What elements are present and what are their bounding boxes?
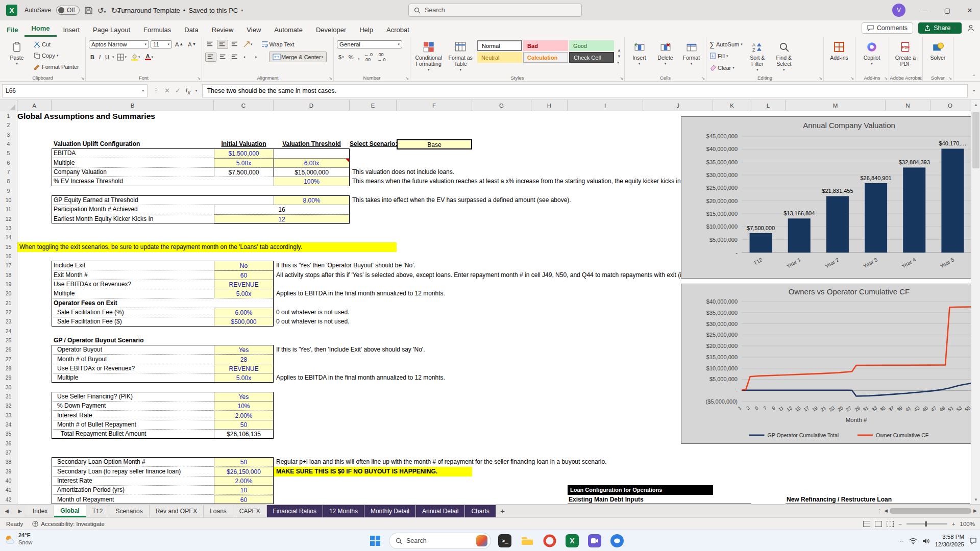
minimize-button[interactable]: — xyxy=(915,0,935,20)
row-header-6[interactable]: 6 xyxy=(0,158,17,168)
sheet-tab-charts[interactable]: Charts xyxy=(465,505,496,517)
column-header-F[interactable]: F xyxy=(397,100,472,111)
column-header-O[interactable]: O xyxy=(930,100,970,111)
autosave-toggle[interactable]: Off xyxy=(56,6,80,15)
horizontal-scrollbar[interactable] xyxy=(890,508,971,514)
align-left-icon[interactable] xyxy=(205,53,216,62)
column-header-K[interactable]: K xyxy=(713,100,751,111)
cell-C18[interactable]: 60 xyxy=(214,270,274,280)
excel-app-icon[interactable]: X xyxy=(6,5,17,16)
cell-C41[interactable]: 10 xyxy=(214,485,274,495)
notification-icon[interactable] xyxy=(969,537,977,544)
column-header-G[interactable]: G xyxy=(472,100,531,111)
sheet-tab-annual-detail[interactable]: Annual Detail xyxy=(416,505,465,517)
cell-C6[interactable]: 5.00x xyxy=(214,158,274,168)
row-header-13[interactable]: 13 xyxy=(0,223,17,233)
scroll-left-icon[interactable]: ◀ xyxy=(884,508,888,513)
cell-D6[interactable]: 6.00x xyxy=(274,158,350,168)
app-icon-excel[interactable]: X xyxy=(564,532,581,549)
cell-style-check-cell[interactable]: Check Cell xyxy=(569,52,614,63)
row-header-40[interactable]: 40 xyxy=(0,476,17,486)
row-header-27[interactable]: 27 xyxy=(0,355,17,364)
row-header-20[interactable]: 20 xyxy=(0,289,17,298)
cell-C12[interactable]: 12 xyxy=(214,214,350,224)
insert-button[interactable]: Insert▾ xyxy=(628,39,651,74)
row-header-8[interactable]: 8 xyxy=(0,177,17,186)
vertical-scrollbar[interactable]: ▲ ▼ xyxy=(971,100,980,504)
cell-C40[interactable]: 2.00% xyxy=(214,476,274,486)
row-header-41[interactable]: 41 xyxy=(0,485,17,495)
cell-C38[interactable]: 50 xyxy=(214,457,274,467)
cut-button[interactable]: Cut xyxy=(34,39,79,49)
cell-style-good[interactable]: Good xyxy=(569,40,614,51)
row-header-22[interactable]: 22 xyxy=(0,308,17,317)
column-header-B[interactable]: B xyxy=(52,100,214,111)
clear-button[interactable]: Clear ▾ xyxy=(709,62,743,73)
maximize-button[interactable]: ▢ xyxy=(937,0,958,20)
row-header-29[interactable]: 29 xyxy=(0,373,17,383)
dialog-launcher-icon[interactable]: ↘ xyxy=(620,76,623,81)
ribbon-tab-automate[interactable]: Automate xyxy=(267,23,309,37)
zoom-slider[interactable] xyxy=(906,523,947,524)
document-title[interactable]: Turnaround Template • Saved to this PC ▾ xyxy=(117,0,243,20)
row-header-4[interactable]: 4 xyxy=(0,139,17,149)
tray-chevron-icon[interactable]: ︿ xyxy=(899,537,904,544)
cell-style-neutral[interactable]: Neutral xyxy=(477,52,522,63)
create-pdf-button[interactable]: PDFCreate a PDF xyxy=(892,39,919,74)
cell-D7[interactable]: $15,000,000 xyxy=(274,167,350,177)
ribbon-tab-page-layout[interactable]: Page Layout xyxy=(86,23,137,37)
align-right-icon[interactable] xyxy=(230,53,240,61)
ribbon-tab-data[interactable]: Data xyxy=(178,23,205,37)
close-button[interactable]: ✕ xyxy=(960,0,980,20)
tab-options-icon[interactable]: ⋮ xyxy=(877,508,882,514)
comma-style-button[interactable]: , xyxy=(356,54,361,61)
cell-C22[interactable]: 6.00% xyxy=(214,308,274,317)
fill-color-button[interactable]: ▾ xyxy=(130,53,142,61)
taskbar-search-input[interactable]: Search xyxy=(389,533,491,549)
cell-C27[interactable]: 28 xyxy=(214,355,274,364)
column-header-L[interactable]: L xyxy=(751,100,786,111)
start-button[interactable] xyxy=(366,532,384,549)
app-icon-purple-app[interactable] xyxy=(586,532,603,549)
row-header-1[interactable]: 1 xyxy=(0,111,17,121)
column-header-N[interactable]: N xyxy=(886,100,930,111)
column-header-E[interactable]: E xyxy=(350,100,397,111)
undo-icon[interactable]: ↺▾ xyxy=(97,7,106,14)
ribbon-tab-review[interactable]: Review xyxy=(205,23,240,37)
row-header-26[interactable]: 26 xyxy=(0,345,17,355)
percent-style-button[interactable]: % xyxy=(347,54,355,61)
cell-F4[interactable]: Base xyxy=(397,139,472,149)
column-header-I[interactable]: I xyxy=(568,100,643,111)
column-header-H[interactable]: H xyxy=(531,100,568,111)
chart-annual-company-valuation[interactable]: Annual Company Valuation$45,000,000$40,0… xyxy=(681,116,975,279)
insert-function-icon[interactable]: fx xyxy=(186,86,190,95)
cell-C42[interactable]: 60 xyxy=(214,495,274,504)
cell-C7[interactable]: $7,500,000 xyxy=(214,167,274,177)
copilot-button[interactable]: Copilot▾ xyxy=(859,39,885,74)
number-format-select[interactable]: General▾ xyxy=(337,40,402,48)
sort-filter-button[interactable]: AZSort & Filter▾ xyxy=(746,39,769,74)
format-painter-button[interactable]: Format Painter xyxy=(34,61,79,72)
increase-indent-icon[interactable] xyxy=(253,53,263,61)
font-name-select[interactable]: Aptos Narrow▾ xyxy=(89,40,149,48)
find-select-button[interactable]: Find & Select▾ xyxy=(772,39,796,74)
row-header-5[interactable]: 5 xyxy=(0,148,17,158)
gallery-up-icon[interactable]: ▲ xyxy=(617,48,621,53)
gallery-more-icon[interactable]: ▾ xyxy=(617,60,621,65)
dialog-launcher-icon[interactable]: ↘ xyxy=(884,76,888,81)
column-header-D[interactable]: D xyxy=(274,100,350,111)
sheet-tab-index[interactable]: Index xyxy=(27,505,54,517)
zoom-level[interactable]: 100% xyxy=(960,521,975,527)
app-icon-file-explorer[interactable] xyxy=(519,532,536,549)
user-avatar[interactable]: V xyxy=(892,4,905,17)
cell-C39[interactable]: $26,150,000 xyxy=(214,467,274,477)
row-header-12[interactable]: 12 xyxy=(0,214,17,224)
vertical-scroll-thumb[interactable] xyxy=(972,112,979,168)
copy-button[interactable]: Copy ▾ xyxy=(34,50,79,61)
sheet-tab-monthly-detail[interactable]: Monthly Detail xyxy=(364,505,416,517)
italic-button[interactable]: I xyxy=(97,54,102,61)
font-color-button[interactable]: A▾ xyxy=(143,53,155,61)
user-icon[interactable] xyxy=(967,24,975,32)
row-header-24[interactable]: 24 xyxy=(0,327,17,336)
ribbon-tab-insert[interactable]: Insert xyxy=(57,23,87,37)
